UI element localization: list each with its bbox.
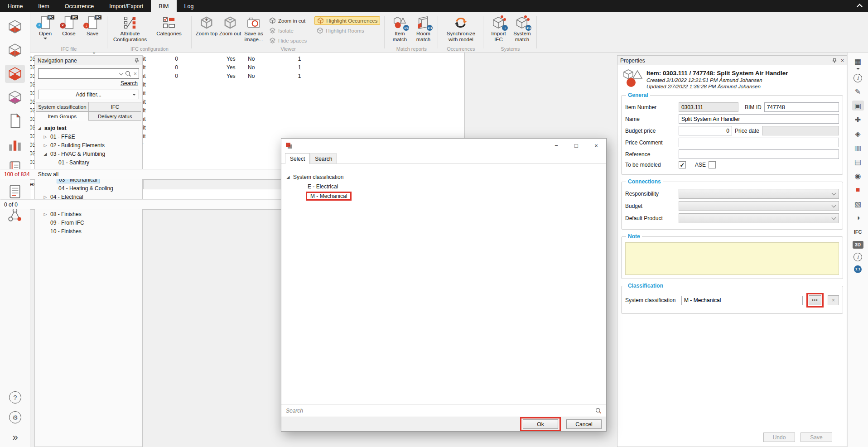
dialog-tab[interactable]: Select (285, 153, 310, 164)
home-model-icon[interactable] (5, 18, 25, 36)
isolate-button[interactable]: Isolate (267, 26, 309, 35)
tree-expander-icon[interactable]: ◢ (36, 126, 43, 130)
layout-selector-caret-icon[interactable] (856, 68, 860, 70)
default-product-select[interactable] (679, 213, 839, 223)
price-comment-field[interactable] (679, 138, 839, 147)
nav-tree-item[interactable]: ◢ 03 - HVAC & Plumbing (35, 149, 142, 158)
expand-strip-icon[interactable]: » (12, 433, 18, 442)
tree-expander-icon[interactable]: ▷ (42, 212, 48, 216)
bim-module-icon[interactable] (5, 65, 25, 83)
budget-price-field[interactable] (679, 126, 732, 135)
note-field[interactable] (625, 242, 839, 275)
responsibility-select[interactable] (679, 189, 839, 199)
hide-spaces-button[interactable]: Hide spaces (267, 36, 309, 45)
tree-expander-icon[interactable]: ◢ (285, 175, 291, 179)
item-info-icon[interactable]: i (854, 74, 862, 82)
menu-item[interactable]: Item (30, 0, 57, 12)
match-panel-icon[interactable]: 1:1 (854, 265, 862, 273)
item-match-button[interactable]: 1:1 Item match (388, 14, 411, 43)
system-match-button[interactable]: 1:1 System match (511, 14, 533, 43)
layout-selector-icon[interactable]: ▦ (852, 56, 864, 66)
add-filter-button[interactable]: Add filter... (38, 90, 139, 99)
zoom-out-button[interactable]: − Zoom out (219, 14, 241, 37)
pin-icon[interactable] (832, 58, 837, 63)
show-all-link[interactable]: Show all (38, 171, 58, 178)
dialog-tree-item[interactable]: E - Electrical (281, 182, 606, 191)
nav-search-input[interactable] (40, 71, 117, 77)
minimize-button[interactable]: − (546, 139, 566, 152)
categories-button[interactable]: Categories (150, 14, 188, 37)
undo-button[interactable]: Undo (763, 433, 795, 442)
nav-tree-item[interactable]: ▷ 08 - Finishes (35, 210, 142, 218)
system-classification-field[interactable] (681, 296, 803, 305)
nav-tab[interactable]: System classification (36, 102, 89, 111)
nav-tree-item[interactable]: ▷ 02 - Building Elements (35, 141, 142, 149)
close-icon[interactable]: × (841, 58, 844, 64)
ase-checkbox[interactable] (709, 161, 716, 168)
item-red-panel-icon[interactable]: ■ (852, 185, 864, 195)
menu-item[interactable]: Home (0, 0, 30, 12)
nav-tree-item[interactable]: 10 - Finishes (35, 227, 142, 236)
ok-button[interactable]: Ok (523, 419, 558, 429)
save-button[interactable]: IFC↓ Save (81, 14, 104, 37)
dialog-tab[interactable]: Search (310, 154, 337, 163)
ribbon-collapse-chevron-icon[interactable] (857, 4, 863, 10)
tasks-panel-icon[interactable]: ▧ (852, 199, 864, 209)
search-clear-icon[interactable]: × (134, 71, 137, 77)
item-number-field[interactable] (679, 102, 738, 112)
nav-tree-item[interactable]: ▷ 01 - FF&E (35, 132, 142, 141)
nav-tree-item[interactable]: 09 - From IFC (35, 218, 142, 227)
model-panel-icon[interactable]: ◈ (852, 129, 864, 139)
nav-tab[interactable]: IFC (89, 102, 142, 111)
highlight-rooms-button[interactable]: Highlight Rooms (314, 26, 380, 35)
tree-expander-icon[interactable]: ▷ (42, 143, 48, 148)
open-button[interactable]: IFC+ Open (34, 14, 57, 39)
menu-item[interactable]: Log (177, 0, 202, 12)
info-panel-icon[interactable]: i (854, 253, 862, 261)
zoom-in-cut-button[interactable]: Zoom in cut (267, 16, 309, 25)
history-panel-icon[interactable]: ◑ (852, 213, 864, 223)
import-ifc-button[interactable]: ↓ Import IFC (487, 14, 510, 43)
nav-tree-item[interactable]: 01 - Sanitary (35, 158, 142, 167)
documents-panel-icon[interactable]: ▤ (852, 157, 864, 167)
nav-tab[interactable]: Item Groups (36, 111, 89, 121)
threed-panel-icon[interactable]: 3D (853, 241, 863, 249)
nav-tab[interactable]: Delivery status (89, 111, 142, 121)
cancel-button[interactable]: Cancel (566, 419, 602, 429)
classification-clear-button[interactable]: × (828, 295, 839, 305)
save-changes-button[interactable]: Save (800, 433, 832, 442)
close-button[interactable]: IFC× Close (58, 14, 80, 37)
model-icon[interactable] (5, 41, 25, 59)
open-dropdown-caret-icon[interactable] (43, 38, 47, 39)
ifc-panel-icon[interactable]: IFC (852, 227, 864, 237)
search-icon[interactable] (595, 408, 602, 414)
dialog-tree-item[interactable]: ◢ System classification (281, 172, 606, 182)
search-link[interactable]: Search (35, 80, 138, 87)
nav-tree-item[interactable]: 04 - Heating & Cooling (35, 184, 142, 192)
highlight-occurrences-button[interactable]: Highlight Occurrences (314, 16, 380, 25)
logbook-icon[interactable] (5, 183, 25, 201)
reference-field[interactable] (679, 149, 839, 159)
name-field[interactable] (679, 114, 839, 124)
products-icon[interactable] (5, 88, 25, 106)
save-as-image-button[interactable]: Save as image... (242, 14, 265, 43)
maximize-button[interactable]: □ (566, 139, 586, 152)
move-occurrence-icon[interactable]: ✚ (852, 115, 864, 125)
occurrences-panel-icon[interactable]: ▣ (852, 101, 864, 111)
dialog-tree-item[interactable]: M - Mechanical (281, 191, 606, 201)
bim-id-field[interactable] (764, 102, 839, 112)
zoom-top-button[interactable]: + Zoom top (195, 14, 218, 37)
help-icon[interactable]: ? (9, 391, 21, 404)
attribute-configurations-button[interactable]: Attribute Configurations (111, 14, 149, 43)
menu-item[interactable]: Occurrence (57, 0, 102, 12)
menu-item[interactable]: Import/Export (101, 0, 151, 12)
documents-icon[interactable] (5, 112, 25, 130)
menu-item[interactable]: BIM (151, 0, 176, 12)
search-icon[interactable] (125, 71, 131, 77)
synchronize-with-model-button[interactable]: Synchronize with model (442, 14, 480, 43)
products-panel-icon[interactable]: ▥ (852, 143, 864, 153)
room-match-button[interactable]: 1:1 Room match (412, 14, 434, 43)
dialog-titlebar[interactable]: − □ × (281, 139, 606, 152)
tree-expander-icon[interactable]: ◢ (42, 152, 48, 156)
images-panel-icon[interactable]: ◉ (852, 171, 864, 181)
